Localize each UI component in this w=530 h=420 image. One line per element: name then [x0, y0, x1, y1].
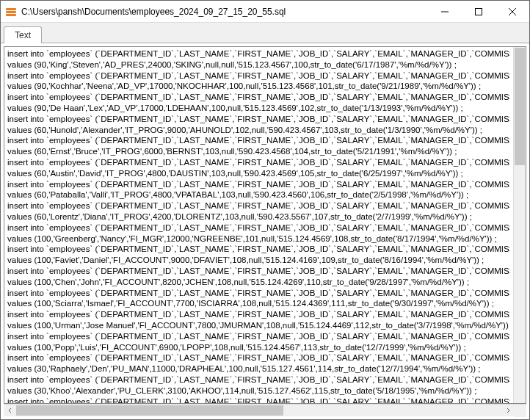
sql-line[interactable]: insert into `employees` (`DEPARTMENT_ID`…	[7, 48, 510, 59]
sql-line[interactable]: insert into `employees` (`DEPARTMENT_ID`…	[7, 70, 510, 82]
tab-bar: Text	[1, 23, 529, 43]
svg-rect-0	[6, 8, 16, 10]
tab-text[interactable]: Text	[4, 26, 42, 43]
horizontal-scroll-thumb[interactable]	[16, 405, 283, 416]
horizontal-scroll-track[interactable]	[16, 405, 501, 416]
sql-line[interactable]: values (100,'Sciarra','Ismael','FI_ACCOU…	[7, 298, 510, 309]
titlebar[interactable]: C:\Users\pansh\Documents\employees_2024_…	[1, 1, 529, 23]
vertical-scroll-thumb[interactable]	[515, 48, 525, 165]
content-area: insert into `employees` (`DEPARTMENT_ID`…	[1, 43, 529, 419]
sql-line[interactable]: insert into `employees` (`DEPARTMENT_ID`…	[7, 200, 510, 211]
window-controls	[428, 1, 529, 22]
app-window: C:\Users\pansh\Documents\employees_2024_…	[0, 0, 530, 420]
sql-line[interactable]: values (60,'Lorentz','Diana','IT_PROG',4…	[7, 211, 510, 222]
sql-line[interactable]: insert into `employees` (`DEPARTMENT_ID`…	[7, 114, 510, 125]
sql-line[interactable]: insert into `employees` (`DEPARTMENT_ID`…	[7, 331, 510, 342]
sql-line[interactable]: insert into `employees` (`DEPARTMENT_ID`…	[7, 222, 510, 233]
scroll-corner	[514, 405, 526, 417]
sql-line[interactable]: insert into `employees` (`DEPARTMENT_ID`…	[7, 157, 510, 168]
sql-line[interactable]: values (30,'Khoo','Alexander','PU_CLERK'…	[7, 385, 510, 397]
sql-line[interactable]: insert into `employees` (`DEPARTMENT_ID`…	[7, 135, 510, 146]
sql-line[interactable]: values (100,'Faviet','Daniel','FI_ACCOUN…	[7, 255, 510, 266]
maximize-button[interactable]	[462, 1, 495, 22]
svg-rect-4	[476, 8, 482, 15]
sql-line[interactable]: values (100,'Greenberg','Nancy','FI_MGR'…	[7, 233, 510, 245]
sql-line[interactable]: insert into `employees` (`DEPARTMENT_ID`…	[7, 309, 510, 320]
sql-line[interactable]: values (60,'Pataballa','Valli','IT_PROG'…	[7, 189, 510, 200]
sql-line[interactable]: insert into `employees` (`DEPARTMENT_ID`…	[7, 374, 510, 385]
minimize-button[interactable]	[428, 1, 462, 22]
svg-rect-2	[6, 14, 16, 16]
sql-line[interactable]: insert into `employees` (`DEPARTMENT_ID`…	[7, 244, 510, 255]
sql-line[interactable]: values (60,'Austin','David','IT_PROG',48…	[7, 168, 510, 179]
vertical-scrollbar[interactable]	[513, 47, 526, 403]
sql-line[interactable]: insert into `employees` (`DEPARTMENT_ID`…	[7, 352, 510, 363]
sql-line[interactable]: values (100,'Urman','Jose Manuel','FI_AC…	[7, 320, 510, 331]
sql-line[interactable]: values (90,'Kochhar','Neena','AD_VP',170…	[7, 81, 510, 92]
sql-line[interactable]: values (60,'Hunold','Alexander','IT_PROG…	[7, 125, 510, 136]
sql-line[interactable]: values (90,'De Haan','Lex','AD_VP',17000…	[7, 103, 510, 114]
scroll-right-arrow[interactable]	[501, 405, 514, 417]
sql-line[interactable]: values (100,'Popp','Luis','FI_ACCOUNT',6…	[7, 342, 510, 353]
sql-text[interactable]: insert into `employees` (`DEPARTMENT_ID`…	[4, 47, 513, 403]
sql-line[interactable]: insert into `employees` (`DEPARTMENT_ID`…	[7, 92, 510, 103]
close-button[interactable]	[495, 1, 529, 22]
sql-line[interactable]: values (90,'King','Steven','AD_PRES',240…	[7, 59, 510, 70]
sql-line[interactable]: insert into `employees` (`DEPARTMENT_ID`…	[7, 288, 510, 299]
sql-line[interactable]: insert into `employees` (`DEPARTMENT_ID`…	[7, 266, 510, 277]
sql-line[interactable]: values (30,'Raphaely','Den','PU_MAN',110…	[7, 363, 510, 374]
text-viewer: insert into `employees` (`DEPARTMENT_ID`…	[4, 46, 526, 404]
sql-line[interactable]: values (60,'Ernst','Bruce','IT_PROG',600…	[7, 146, 510, 157]
app-icon	[5, 6, 17, 18]
sql-line[interactable]: values (100,'Chen','John','FI_ACCOUNT',8…	[7, 277, 510, 288]
sql-line[interactable]: insert into `employees` (`DEPARTMENT_ID`…	[7, 397, 510, 404]
window-title: C:\Users\pansh\Documents\employees_2024_…	[21, 7, 428, 17]
horizontal-scrollbar[interactable]	[4, 404, 526, 416]
svg-rect-1	[6, 11, 16, 13]
scroll-left-arrow[interactable]	[4, 405, 16, 417]
sql-line[interactable]: insert into `employees` (`DEPARTMENT_ID`…	[7, 179, 510, 190]
